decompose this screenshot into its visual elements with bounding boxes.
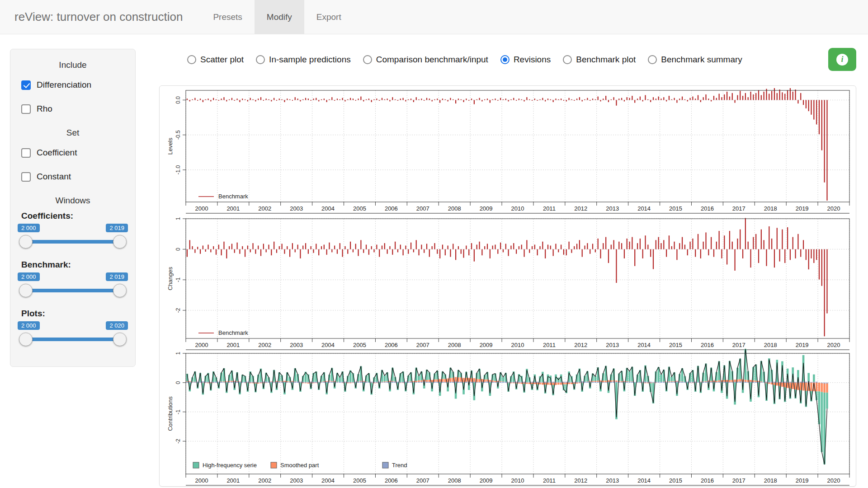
svg-text:2020: 2020 bbox=[827, 342, 840, 348]
checkbox-icon[interactable] bbox=[21, 104, 31, 114]
slider-handle-min[interactable] bbox=[19, 235, 33, 249]
radio-icon[interactable] bbox=[500, 55, 509, 64]
svg-text:2002: 2002 bbox=[258, 477, 271, 484]
svg-text:2013: 2013 bbox=[606, 477, 619, 484]
radio-icon[interactable] bbox=[648, 55, 657, 64]
checkbox-label: Differenciation bbox=[37, 80, 91, 90]
benchmark-slider[interactable]: 2 000 2 019 bbox=[21, 272, 124, 301]
checkbox-icon[interactable] bbox=[21, 80, 31, 90]
slider-handle-max[interactable] bbox=[113, 235, 127, 249]
svg-text:2008: 2008 bbox=[448, 477, 461, 484]
slider-min-value: 2 000 bbox=[18, 272, 40, 281]
checkbox-constant[interactable]: Constant bbox=[21, 172, 124, 182]
svg-text:-1.0: -1.0 bbox=[175, 165, 181, 174]
svg-text:2019: 2019 bbox=[796, 477, 809, 484]
checkbox-rho[interactable]: Rho bbox=[21, 104, 124, 114]
svg-text:-1: -1 bbox=[175, 409, 181, 414]
revisions-charts-card: 0.0-0.5-1.020002001200220032004200520062… bbox=[159, 85, 856, 487]
svg-text:2015: 2015 bbox=[669, 342, 682, 348]
svg-text:2017: 2017 bbox=[732, 477, 745, 484]
radio-benchmark-plot[interactable]: Benchmark plot bbox=[563, 55, 636, 65]
main-area: Scatter plot In-sample predictions Compa… bbox=[136, 34, 868, 487]
levels-chart: 0.0-0.5-1.020002001200220032004200520062… bbox=[167, 88, 849, 213]
svg-text:2010: 2010 bbox=[511, 205, 524, 212]
slider-handle-max[interactable] bbox=[113, 284, 127, 297]
svg-text:2014: 2014 bbox=[637, 342, 651, 348]
windows-heading: Windows bbox=[21, 196, 124, 206]
svg-text:2010: 2010 bbox=[511, 477, 524, 484]
slider-handle-min[interactable] bbox=[19, 333, 33, 346]
svg-text:2018: 2018 bbox=[764, 477, 777, 484]
svg-text:2006: 2006 bbox=[385, 477, 398, 484]
svg-text:1: 1 bbox=[175, 352, 181, 355]
svg-text:2007: 2007 bbox=[416, 342, 429, 348]
slider-track[interactable] bbox=[21, 240, 124, 244]
svg-text:2005: 2005 bbox=[353, 205, 366, 212]
radio-icon[interactable] bbox=[256, 55, 265, 64]
checkbox-icon[interactable] bbox=[21, 172, 31, 182]
svg-text:Benchmark: Benchmark bbox=[218, 193, 248, 200]
svg-text:2000: 2000 bbox=[195, 342, 208, 348]
slider-handle-max[interactable] bbox=[113, 333, 127, 346]
svg-text:2007: 2007 bbox=[416, 205, 429, 212]
svg-text:2014: 2014 bbox=[637, 477, 651, 484]
tab-modify[interactable]: Modify bbox=[255, 0, 304, 34]
slider-max-value: 2 019 bbox=[106, 272, 128, 281]
radio-icon[interactable] bbox=[363, 55, 372, 64]
svg-text:2000: 2000 bbox=[195, 477, 208, 484]
radio-comparison-benchmark-input[interactable]: Comparison benchmark/input bbox=[363, 55, 488, 65]
svg-text:2014: 2014 bbox=[637, 205, 651, 212]
tab-export[interactable]: Export bbox=[304, 0, 354, 34]
checkbox-differenciation[interactable]: Differenciation bbox=[21, 80, 124, 90]
svg-text:-0.5: -0.5 bbox=[175, 130, 181, 140]
slider-track[interactable] bbox=[21, 338, 124, 341]
svg-text:0: 0 bbox=[175, 248, 181, 251]
tab-presets[interactable]: Presets bbox=[201, 0, 254, 34]
plots-slider[interactable]: 2 000 2 020 bbox=[21, 320, 124, 350]
svg-text:2012: 2012 bbox=[574, 477, 587, 484]
info-button[interactable]: i bbox=[828, 48, 856, 71]
svg-text:Smoothed part: Smoothed part bbox=[280, 462, 319, 469]
svg-text:2001: 2001 bbox=[226, 477, 240, 484]
svg-text:2005: 2005 bbox=[353, 342, 366, 348]
radio-revisions[interactable]: Revisions bbox=[500, 55, 551, 65]
svg-text:2003: 2003 bbox=[290, 477, 303, 484]
slider-handle-min[interactable] bbox=[19, 284, 33, 297]
navbar: reView: turnover on construction Presets… bbox=[0, 0, 868, 34]
svg-text:2017: 2017 bbox=[732, 205, 745, 212]
svg-text:2016: 2016 bbox=[701, 205, 714, 212]
svg-text:2001: 2001 bbox=[226, 205, 240, 212]
svg-text:2013: 2013 bbox=[606, 205, 619, 212]
svg-text:2003: 2003 bbox=[290, 342, 303, 348]
radio-icon[interactable] bbox=[187, 55, 196, 64]
radio-benchmark-summary[interactable]: Benchmark summary bbox=[648, 55, 742, 65]
slider-min-value: 2 000 bbox=[18, 321, 40, 330]
svg-text:0: 0 bbox=[175, 381, 181, 384]
radio-in-sample-predictions[interactable]: In-sample predictions bbox=[256, 55, 351, 65]
svg-text:2019: 2019 bbox=[796, 205, 809, 212]
svg-text:0.0: 0.0 bbox=[175, 96, 181, 104]
checkbox-label: Rho bbox=[37, 104, 52, 114]
slider-track[interactable] bbox=[21, 289, 124, 292]
svg-text:2004: 2004 bbox=[321, 205, 335, 212]
svg-text:2006: 2006 bbox=[385, 342, 398, 348]
set-heading: Set bbox=[21, 128, 124, 138]
slider-max-value: 2 020 bbox=[106, 321, 128, 330]
svg-text:2020: 2020 bbox=[827, 477, 840, 484]
svg-text:2003: 2003 bbox=[290, 205, 303, 212]
radio-icon[interactable] bbox=[563, 55, 572, 64]
svg-text:2012: 2012 bbox=[574, 342, 587, 348]
checkbox-icon[interactable] bbox=[21, 148, 31, 158]
svg-text:2011: 2011 bbox=[543, 342, 556, 348]
coefficients-slider[interactable]: 2 000 2 019 bbox=[21, 223, 124, 253]
checkbox-coefficient[interactable]: Coefficient bbox=[21, 148, 124, 158]
svg-text:2000: 2000 bbox=[195, 205, 208, 212]
info-icon: i bbox=[836, 54, 848, 66]
svg-text:2011: 2011 bbox=[543, 205, 556, 212]
svg-text:2017: 2017 bbox=[732, 342, 745, 348]
svg-text:2018: 2018 bbox=[764, 205, 777, 212]
radio-scatter-plot[interactable]: Scatter plot bbox=[187, 55, 244, 65]
svg-text:2009: 2009 bbox=[480, 477, 493, 484]
slider-min-value: 2 000 bbox=[18, 224, 40, 232]
svg-text:2001: 2001 bbox=[226, 342, 240, 348]
